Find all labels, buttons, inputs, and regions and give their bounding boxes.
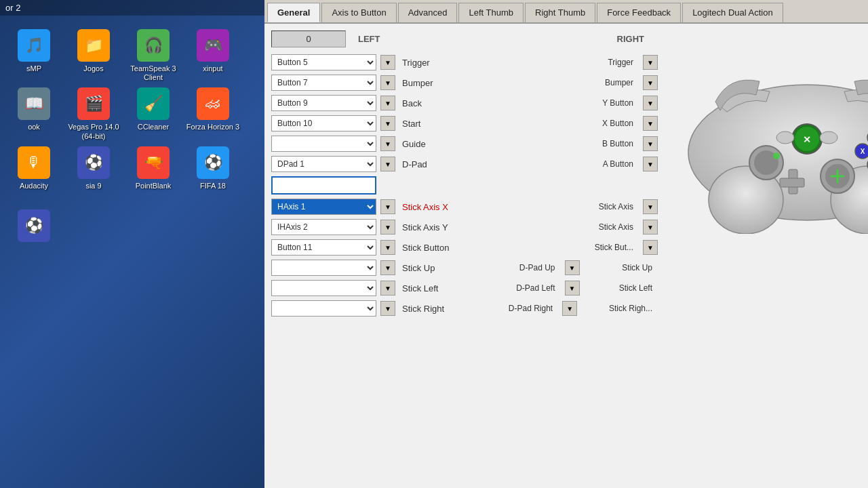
dpad-select[interactable]: DPad 1 [271, 156, 376, 172]
back-select[interactable]: Button 9 [271, 95, 376, 111]
bumper-right-arrow[interactable]: ▼ [643, 75, 658, 90]
stick-left-label: Stick Left [402, 283, 477, 293]
bumper-select[interactable]: Button 7 [271, 75, 376, 91]
stick-axis-y-label: Stick Axis Y [402, 222, 477, 232]
stick-button-right-arrow[interactable]: ▼ [643, 240, 658, 255]
tab-axis-to-button[interactable]: Axis to Button [321, 3, 396, 22]
tab-logitech[interactable]: Logitech Dual Action [682, 3, 783, 22]
mapping-row-stick-axis-x: HAxis 1 ▼ Stick Axis X Stick Axis ▼ [271, 199, 658, 215]
desktop-icon-teamspeak[interactable]: 🎧 TeamSpeak 3 Client [126, 29, 180, 82]
back-right-arrow[interactable]: ▼ [643, 96, 658, 110]
value-box-row: -32768;255 [271, 176, 658, 195]
desktop-icon-fifa18[interactable]: ⚽ FIFA 18 [186, 146, 240, 190]
stick-axis-x-right-arrow[interactable]: ▼ [643, 199, 658, 214]
teamspeak-icon: 🎧 [137, 29, 170, 62]
dpad-right-arrow[interactable]: ▼ [643, 157, 658, 171]
dpad-left-right-label: D-Pad Left [516, 283, 555, 293]
desktop-title: or 2 [0, 0, 264, 16]
tab-left-thumb[interactable]: Left Thumb [458, 3, 524, 22]
tab-advanced[interactable]: Advanced [398, 3, 458, 22]
desktop: or 2 🎵 sMP 📁 Jogos 🎧 TeamSpeak 3 Client … [0, 0, 264, 488]
dpad-right-label: A Button [603, 159, 633, 169]
stick-left-right-label: Stick Left [619, 283, 652, 293]
svg-point-10 [773, 152, 780, 159]
pes-bottom-icon: ⚽ [18, 209, 50, 242]
stick-axis-y-select[interactable]: IHAxis 2 [271, 219, 376, 235]
desktop-icon-pes[interactable]: ⚽ sia 9 [66, 146, 121, 190]
desktop-icon-forza[interactable]: 🏎 Forza Horizon 3 [186, 87, 240, 140]
teamspeak-label: TeamSpeak 3 Client [126, 64, 180, 82]
trigger-select[interactable]: Button 5 [271, 54, 376, 70]
back-dropdown-arrow[interactable]: ▼ [380, 96, 395, 110]
stick-up-right-label: Stick Up [622, 263, 652, 272]
stick-button-right-label: Stick But... [595, 243, 633, 252]
dpad-dropdown-arrow[interactable]: ▼ [380, 157, 395, 171]
desktop-icon-pes-bottom[interactable]: ⚽ [7, 209, 61, 245]
svg-text:✕: ✕ [803, 134, 811, 145]
mapping-row-stick-right: ▼ Stick Right D-Pad Right ▼ Stick Righ..… [271, 300, 658, 317]
desktop-icon-jogos[interactable]: 📁 Jogos [66, 29, 121, 82]
stick-axis-x-select[interactable]: HAxis 1 [271, 199, 376, 215]
desktop-icon-audacity[interactable]: 🎙 Audacity [7, 146, 61, 190]
back-label: Back [402, 98, 477, 108]
tab-right-thumb[interactable]: Right Thumb [525, 3, 595, 22]
svg-point-6 [776, 131, 794, 144]
stick-button-label: Stick Button [402, 243, 477, 253]
stick-up-right-arrow[interactable]: ▼ [565, 260, 580, 275]
svg-text:X: X [861, 148, 865, 155]
fifa18-icon: ⚽ [197, 146, 229, 179]
value-box-input[interactable]: -32768;255 [271, 176, 376, 195]
stick-left-dropdown-arrow[interactable]: ▼ [380, 281, 395, 296]
mapping-row-bumper: Button 7 ▼ Bumper Bumper ▼ [271, 75, 658, 91]
mapping-row-dpad: DPad 1 ▼ D-Pad A Button ▼ [271, 156, 658, 172]
trigger-label: Trigger [402, 58, 477, 68]
mapping-row-stick-up: ▼ Stick Up D-Pad Up ▼ Stick Up [271, 260, 658, 276]
dpad-up-right-label: D-Pad Up [519, 263, 555, 272]
stick-right-right-arrow[interactable]: ▼ [562, 301, 577, 316]
mapping-row-stick-left: ▼ Stick Left D-Pad Left ▼ Stick Left [271, 280, 658, 296]
xinput-icon: 🎮 [197, 29, 229, 62]
stick-axis-y-right-arrow[interactable]: ▼ [643, 220, 658, 235]
trigger-right-arrow[interactable]: ▼ [643, 55, 658, 70]
start-select[interactable]: Button 10 [271, 115, 376, 131]
desktop-icons-container: 🎵 sMP 📁 Jogos 🎧 TeamSpeak 3 Client 🎮 xin… [0, 22, 264, 251]
mapping-row-stick-button: Button 11 ▼ Stick Button Stick But... ▼ [271, 239, 658, 256]
stick-axis-y-right-label: Stick Axis [599, 222, 633, 232]
stick-right-dropdown-arrow[interactable]: ▼ [380, 301, 395, 316]
desktop-icon-pointblank[interactable]: 🔫 PointBlank [126, 146, 180, 190]
stick-right-select[interactable] [271, 300, 376, 317]
guide-select[interactable] [271, 136, 376, 152]
stick-button-dropdown-arrow[interactable]: ▼ [380, 240, 395, 255]
start-dropdown-arrow[interactable]: ▼ [380, 116, 395, 131]
ismp-icon: 🎵 [18, 29, 50, 62]
guide-dropdown-arrow[interactable]: ▼ [380, 136, 395, 151]
mapping-header: 0 LEFT RIGHT [271, 30, 658, 47]
start-right-arrow[interactable]: ▼ [643, 116, 658, 131]
stick-button-select[interactable]: Button 11 [271, 239, 376, 256]
back-right-label: Y Button [602, 98, 633, 108]
desktop-icon-ccleaner[interactable]: 🧹 CCleaner [126, 87, 180, 140]
stick-axis-y-dropdown-arrow[interactable]: ▼ [380, 220, 395, 235]
audacity-label: Audacity [20, 182, 48, 190]
bumper-dropdown-arrow[interactable]: ▼ [380, 75, 395, 90]
bumper-label: Bumper [402, 78, 477, 88]
desktop-icon-xinput[interactable]: 🎮 xinput [186, 29, 240, 82]
stick-up-dropdown-arrow[interactable]: ▼ [380, 260, 395, 275]
desktop-icon-vegaspro[interactable]: 🎬 Vegas Pro 14.0 (64-bit) [66, 87, 121, 140]
tab-general[interactable]: General [267, 3, 320, 22]
desktop-icon-ismp[interactable]: 🎵 sMP [7, 29, 61, 82]
value-input[interactable]: 0 [271, 30, 346, 47]
controller-svg: ✕ A [671, 30, 868, 234]
tab-force-feedback[interactable]: Force Feedback [597, 3, 681, 22]
guide-right-arrow[interactable]: ▼ [643, 136, 658, 151]
stick-left-right-arrow[interactable]: ▼ [565, 281, 580, 296]
ismp-label: sMP [26, 64, 41, 73]
stick-axis-x-right-label: Stick Axis [599, 202, 633, 211]
xinput-label: xinput [203, 64, 222, 73]
trigger-dropdown-arrow[interactable]: ▼ [380, 55, 395, 70]
stick-axis-x-dropdown-arrow[interactable]: ▼ [380, 199, 395, 214]
mapping-row-start: Button 10 ▼ Start X Button ▼ [271, 115, 658, 131]
stick-left-select[interactable] [271, 280, 376, 296]
desktop-icon-book[interactable]: 📖 ook [7, 87, 61, 140]
stick-up-select[interactable] [271, 260, 376, 276]
